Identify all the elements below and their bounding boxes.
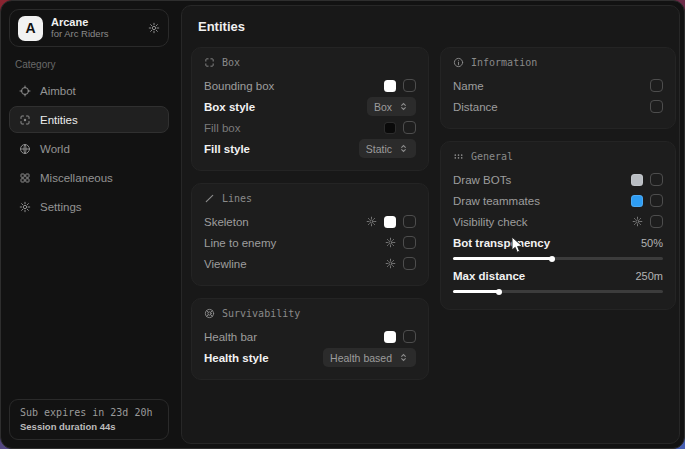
line-to-enemy-settings-gear-icon[interactable] [385, 237, 396, 248]
sidebar-item-miscellaneous[interactable]: Miscellaneous [9, 164, 169, 191]
main-panel: Entities Box Bounding box [181, 5, 680, 444]
skeleton-settings-gear-icon[interactable] [366, 216, 377, 227]
draw-teammates-checkbox[interactable] [650, 194, 663, 207]
card-survivability: Survivability Health bar Health style He… [191, 298, 429, 380]
row-name: Name [453, 75, 663, 96]
row-distance: Distance [453, 96, 663, 117]
fill-box-color-swatch[interactable] [384, 122, 396, 134]
fill-box-checkbox[interactable] [403, 121, 416, 134]
health-bar-color-swatch[interactable] [384, 331, 396, 343]
row-skeleton: Skeleton [204, 211, 416, 232]
card-box: Box Bounding box Box style Box [191, 47, 429, 171]
row-label: Health style [204, 352, 269, 364]
bounding-box-color-swatch[interactable] [384, 80, 396, 92]
line-icon [204, 193, 215, 204]
card-information: Information Name Distance [440, 47, 676, 129]
row-viewline: Viewline [204, 253, 416, 274]
session-duration-text: Session duration 44s [20, 421, 158, 432]
row-label: Draw BOTs [453, 174, 511, 186]
bot-transparency-slider[interactable] [453, 257, 663, 260]
row-draw-teammates: Draw teammates [453, 190, 663, 211]
row-label: Name [453, 80, 484, 92]
app-logo: A [18, 16, 43, 41]
sidebar-item-settings[interactable]: Settings [9, 193, 169, 220]
sidebar-item-label: Miscellaneous [40, 172, 113, 184]
card-title: Information [471, 57, 537, 68]
skeleton-color-swatch[interactable] [384, 216, 396, 228]
dots-grid-icon [453, 151, 464, 162]
row-label: Distance [453, 101, 498, 113]
viewline-settings-gear-icon[interactable] [385, 258, 396, 269]
viewline-checkbox[interactable] [403, 257, 416, 270]
row-label: Line to enemy [204, 237, 276, 249]
visibility-check-checkbox[interactable] [650, 215, 663, 228]
line-to-enemy-checkbox[interactable] [403, 236, 416, 249]
sidebar-item-label: Aimbot [40, 85, 76, 97]
unfold-icon [398, 143, 409, 154]
sidebar-nav: Aimbot Entities World [9, 77, 169, 220]
slider-thumb[interactable] [549, 256, 555, 262]
box-style-dropdown[interactable]: Box [367, 97, 416, 116]
sidebar-item-world[interactable]: World [9, 135, 169, 162]
page-title: Entities [182, 6, 679, 34]
row-draw-bots: Draw BOTs [453, 169, 663, 190]
distance-checkbox[interactable] [650, 100, 663, 113]
unfold-icon [398, 352, 409, 363]
max-distance-slider[interactable] [453, 290, 663, 293]
card-title: Box [222, 57, 240, 68]
slider-fill [453, 290, 499, 293]
row-label: Fill box [204, 122, 240, 134]
card-general: General Draw BOTs Draw teammates [440, 141, 676, 310]
app-name: Arcane [51, 16, 140, 29]
grid-icon [19, 172, 31, 184]
app-window: A Arcane for Arc Riders Category Aimbot [0, 0, 685, 449]
card-title: Survivability [222, 308, 300, 319]
dropdown-value: Box [374, 101, 392, 113]
sidebar-item-label: World [40, 143, 70, 155]
header-gear-icon[interactable] [148, 22, 160, 34]
row-label: Viewline [204, 258, 247, 270]
row-label: Visibility check [453, 216, 528, 228]
sidebar-item-aimbot[interactable]: Aimbot [9, 77, 169, 104]
bounding-box-checkbox[interactable] [403, 79, 416, 92]
row-label: Max distance [453, 270, 525, 282]
row-fill-style: Fill style Static [204, 138, 416, 159]
sidebar-item-entities[interactable]: Entities [9, 106, 169, 133]
health-bar-checkbox[interactable] [403, 330, 416, 343]
health-style-dropdown[interactable]: Health based [323, 348, 416, 367]
desktop-background: A Arcane for Arc Riders Category Aimbot [0, 0, 685, 449]
row-health-bar: Health bar [204, 326, 416, 347]
row-label: Bounding box [204, 80, 274, 92]
draw-bots-checkbox[interactable] [650, 173, 663, 186]
sidebar-item-label: Settings [40, 201, 82, 213]
slider-fill [453, 257, 552, 260]
skeleton-checkbox[interactable] [403, 215, 416, 228]
subscription-info: Sub expires in 23d 20h Session duration … [9, 399, 169, 440]
info-icon [453, 57, 464, 68]
slider-thumb[interactable] [496, 289, 502, 295]
bot-transparency-value: 50% [641, 237, 663, 249]
card-lines: Lines Skeleton Line to enemy [191, 183, 429, 286]
frame-icon [204, 57, 215, 68]
sidebar-item-label: Entities [40, 114, 78, 126]
app-subtitle: for Arc Riders [51, 29, 140, 40]
right-column: Information Name Distance [440, 47, 676, 310]
fill-style-dropdown[interactable]: Static [359, 139, 416, 158]
visibility-check-settings-gear-icon[interactable] [632, 216, 643, 227]
sidebar: A Arcane for Arc Riders Category Aimbot [1, 1, 177, 448]
max-distance-value: 250m [635, 270, 663, 282]
lifebuoy-icon [204, 308, 215, 319]
card-title: General [471, 151, 513, 162]
sub-expiry-text: Sub expires in 23d 20h [20, 407, 158, 418]
name-checkbox[interactable] [650, 79, 663, 92]
row-visibility-check: Visibility check [453, 211, 663, 232]
unfold-icon [398, 101, 409, 112]
row-bounding-box: Bounding box [204, 75, 416, 96]
row-bot-transparency: Bot transpenency 50% [453, 232, 663, 265]
gear-icon [19, 201, 31, 213]
draw-teammates-color-swatch[interactable] [631, 195, 643, 207]
category-label: Category [15, 59, 163, 70]
row-fill-box: Fill box [204, 117, 416, 138]
draw-bots-color-swatch[interactable] [631, 174, 643, 186]
row-box-style: Box style Box [204, 96, 416, 117]
